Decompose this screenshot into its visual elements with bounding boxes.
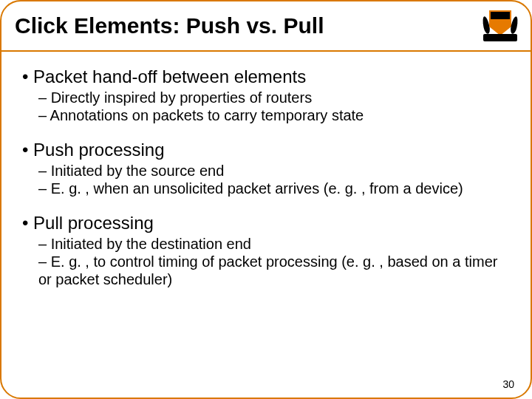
title-bar: Click Elements: Push vs. Pull (1, 1, 531, 52)
page-number: 30 (502, 378, 514, 390)
bullet-sub: – E. g. , to control timing of packet pr… (38, 253, 510, 289)
bullet-sub: – Directly inspired by properties of rou… (38, 89, 510, 106)
princeton-crest-icon (483, 9, 517, 43)
section-pull: • Pull processing – Initiated by the des… (22, 213, 510, 289)
bullet-sub: – Initiated by the destination end (38, 235, 510, 253)
bullet-sub: – E. g. , when an unsolicited packet arr… (38, 180, 510, 197)
bullet-sub: – Initiated by the source end (38, 162, 510, 180)
slide-body: • Packet hand-off between elements – Dir… (1, 52, 531, 289)
bullet-heading: • Push processing (22, 140, 510, 160)
section-push: • Push processing – Initiated by the sou… (22, 140, 510, 198)
bullet-heading: • Packet hand-off between elements (22, 66, 510, 87)
slide-frame: Click Elements: Push vs. Pull • Packet h… (0, 0, 532, 399)
section-handoff: • Packet hand-off between elements – Dir… (22, 66, 510, 125)
slide-title: Click Elements: Push vs. Pull (15, 13, 324, 38)
bullet-heading: • Pull processing (22, 213, 510, 233)
bullet-sub: – Annotations on packets to carry tempor… (38, 106, 510, 124)
